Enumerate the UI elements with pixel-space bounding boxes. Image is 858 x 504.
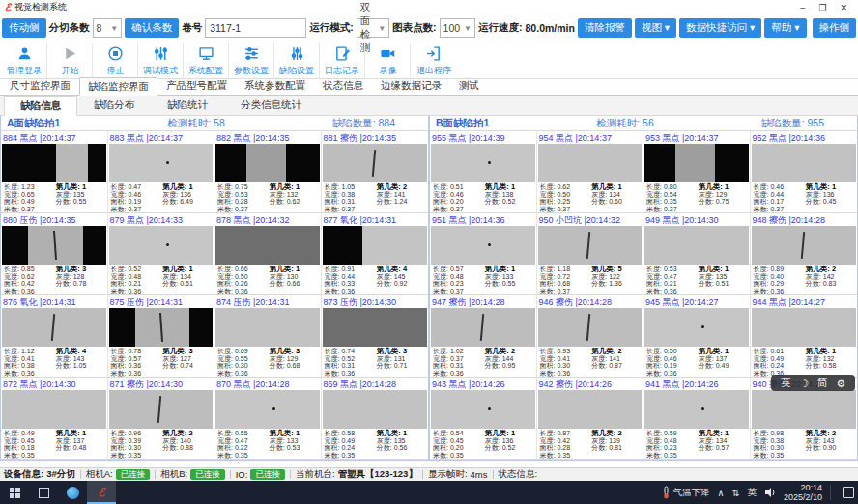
defect-cell[interactable]: 872 黑点 |20:14:30 长度: 0.49 宽度: 0.45 面积: 0… xyxy=(1,378,108,460)
panel-b-title: B面缺陷拍1 xyxy=(436,117,489,130)
admin-login-button[interactable]: 管理登录 xyxy=(2,43,47,78)
defect-cell[interactable]: 869 黑点 |20:14:28 长度: 0.58 宽度: 0.49 面积: 0… xyxy=(322,378,429,460)
tray-expand-chevron[interactable]: ∧ xyxy=(718,488,725,498)
speaker-icon[interactable] xyxy=(764,487,776,498)
debug-mode-button[interactable]: 调试模式 xyxy=(138,43,184,78)
defect-cell-header: 955 黑点 |20:14:39 xyxy=(430,131,536,144)
chart-points-select[interactable]: 100▼ xyxy=(440,18,475,38)
defect-cell-header: 953 黑点 |20:14:37 xyxy=(644,131,750,144)
defect-cell[interactable]: 870 黑点 |20:14:28 长度: 0.55 宽度: 0.47 面积: 0… xyxy=(214,378,322,460)
defect-cell[interactable]: 943 黑点 |20:14:26 长度: 0.54 宽度: 0.45 面积: 0… xyxy=(430,378,537,460)
stop-button[interactable]: 停止 xyxy=(93,43,138,78)
defect-cell[interactable]: 875 压伤 |20:14:31 长度: 0.78 宽度: 0.57 面积: 0… xyxy=(108,295,215,378)
defect-image xyxy=(431,226,535,265)
minimize-button[interactable]: – xyxy=(800,3,805,13)
defect-cell[interactable]: 877 氧化 |20:14:31 长度: 0.91 宽度: 0.44 面积: 0… xyxy=(322,213,429,295)
exit-program-button[interactable]: 退出程序 xyxy=(411,43,456,78)
drive-side-button[interactable]: 传动侧 xyxy=(2,18,46,38)
taskbar-clock[interactable]: 20:14 2025/2/10 xyxy=(784,483,822,502)
defect-cell[interactable]: 944 黑点 |20:14:27 长度: 0.61 宽度: 0.49 面积: 0… xyxy=(751,295,858,378)
defect-cell-header: 871 擦伤 |20:14:30 xyxy=(108,378,214,390)
defect-cell[interactable]: 879 黑点 |20:14:33 长度: 0.52 宽度: 0.48 面积: 0… xyxy=(108,213,215,295)
tab-1[interactable]: 缺陷监控界面 xyxy=(79,77,157,96)
defect-meta: 长度: 0.66 宽度: 0.50 面积: 0.26 米数: 0.36 第几类:… xyxy=(214,265,321,294)
defect-cell[interactable]: 952 黑点 |20:14:36 长度: 0.46 宽度: 0.44 面积: 0… xyxy=(751,131,858,213)
defect-image xyxy=(323,308,428,347)
maximize-button[interactable]: ❐ xyxy=(818,3,826,13)
defect-cell[interactable]: 953 黑点 |20:14:37 长度: 0.80 宽度: 0.54 面积: 0… xyxy=(644,131,751,213)
title-bar: ℰ 视觉检测系统 – ❐ ✕ xyxy=(0,0,858,14)
defect-cell[interactable]: 876 氧化 |20:14:31 长度: 1.12 宽度: 0.41 面积: 0… xyxy=(1,295,108,378)
defect-cell[interactable]: 954 黑点 |20:14:37 长度: 0.62 宽度: 0.50 面积: 0… xyxy=(537,131,644,213)
run-mode-select[interactable]: 双面检测▼ xyxy=(357,18,389,38)
defect-cell[interactable]: 951 黑点 |20:14:36 长度: 0.57 宽度: 0.48 面积: 0… xyxy=(430,213,537,295)
param-settings-button[interactable]: 参数设置 xyxy=(229,43,274,78)
app-taskbar-button[interactable]: ℰ xyxy=(87,481,116,504)
defect-cell[interactable]: 884 黑点 |20:14:37 长度: 1.23 宽度: 0.65 面积: 0… xyxy=(1,131,108,213)
defect-cell[interactable]: 880 压伤 |20:14:35 长度: 0.85 宽度: 0.62 面积: 0… xyxy=(1,213,108,295)
defect-cell[interactable]: 874 压伤 |20:14:31 长度: 0.69 宽度: 0.55 面积: 0… xyxy=(214,295,322,378)
defect-cell[interactable]: 883 黑点 |20:14:37 长度: 0.47 宽度: 0.46 面积: 0… xyxy=(108,131,215,213)
start-button[interactable]: 开始 xyxy=(47,43,93,78)
defect-cell[interactable]: 871 擦伤 |20:14:30 长度: 0.96 宽度: 0.39 面积: 0… xyxy=(108,378,215,460)
defect-cell[interactable]: 947 擦伤 |20:14:28 长度: 1.02 宽度: 0.37 面积: 0… xyxy=(430,295,537,378)
subtab-1[interactable]: 缺陷分布 xyxy=(77,95,151,115)
weather-tray-item[interactable]: 气温下降 xyxy=(662,486,710,499)
defect-meta: 长度: 0.69 宽度: 0.55 面积: 0.30 米数: 0.36 第几类:… xyxy=(214,347,321,377)
defect-cell[interactable]: 946 擦伤 |20:14:28 长度: 0.93 宽度: 0.41 面积: 0… xyxy=(537,295,644,378)
main-tabs: 尺寸监控界面缺陷监控界面产品型号配置系统参数配置状态信息边缘数据记录测试 xyxy=(0,79,858,96)
defect-cell[interactable]: 878 黑点 |20:14:32 长度: 0.66 宽度: 0.50 面积: 0… xyxy=(214,213,322,295)
defect-cell[interactable]: 942 擦伤 |20:14:26 长度: 0.87 宽度: 0.42 面积: 0… xyxy=(537,378,644,460)
defect-cell[interactable]: 873 压伤 |20:14:30 长度: 0.74 宽度: 0.52 面积: 0… xyxy=(322,295,429,378)
defect-cell-header: 882 黑点 |20:14:35 xyxy=(214,131,321,144)
operator-side-button[interactable]: 操作侧 xyxy=(813,18,857,38)
help-menu-button[interactable]: 帮助 ▾ xyxy=(764,18,806,38)
defect-settings-button[interactable]: 缺陷设置 xyxy=(274,43,320,78)
defect-cell-header: 946 擦伤 |20:14:28 xyxy=(537,295,644,308)
system-config-label: 系统配置 xyxy=(188,65,223,76)
subtab-3[interactable]: 分类信息统计 xyxy=(224,95,318,115)
ime-simplified-toggle[interactable]: 简 xyxy=(817,377,828,390)
recording-button[interactable]: 录像 xyxy=(365,43,411,78)
roll-number-input[interactable] xyxy=(205,18,306,38)
gear-icon[interactable]: ⚙ xyxy=(837,378,845,389)
subtab-0[interactable]: 缺陷信息 xyxy=(4,96,77,116)
chart-points-label: 图表点数: xyxy=(392,21,437,35)
confirm-strips-button[interactable]: 确认条数 xyxy=(125,18,179,38)
tab-3[interactable]: 系统参数配置 xyxy=(236,76,314,95)
tab-4[interactable]: 状态信息 xyxy=(314,76,372,95)
defect-cell[interactable]: 941 黑点 |20:14:26 长度: 0.59 宽度: 0.48 面积: 0… xyxy=(644,378,751,460)
data-quick-access-button[interactable]: 数据快捷访问 ▾ xyxy=(679,18,761,38)
tab-6[interactable]: 测试 xyxy=(450,76,488,95)
strip-count-select[interactable]: 8▼ xyxy=(93,18,123,38)
close-button[interactable]: ✕ xyxy=(840,3,847,13)
clear-alarm-button[interactable]: 清除报警 xyxy=(578,18,632,38)
debug-mode-label: 调试模式 xyxy=(143,65,178,76)
defect-meta: 长度: 0.55 宽度: 0.47 面积: 0.22 米数: 0.35 第几类:… xyxy=(214,429,321,459)
view-menu-button[interactable]: 视图 ▾ xyxy=(635,18,676,38)
task-view-button[interactable] xyxy=(29,481,58,504)
log-record-button[interactable]: 日志记录 xyxy=(320,43,365,78)
browser-taskbar-button[interactable] xyxy=(58,481,87,504)
tab-5[interactable]: 边缘数据记录 xyxy=(372,76,450,95)
defect-image xyxy=(538,390,643,429)
defect-meta: 长度: 0.89 宽度: 0.40 面积: 0.29 米数: 0.36 第几类:… xyxy=(751,265,858,294)
defect-cell[interactable]: 882 黑点 |20:14:35 长度: 0.75 宽度: 0.53 面积: 0… xyxy=(214,131,322,213)
start-button[interactable] xyxy=(0,481,29,504)
tab-0[interactable]: 尺寸监控界面 xyxy=(1,76,79,95)
system-config-button[interactable]: 系统配置 xyxy=(184,43,229,78)
defect-cell[interactable]: 945 黑点 |20:14:27 长度: 0.50 宽度: 0.46 面积: 0… xyxy=(644,295,751,378)
task-view-icon xyxy=(39,488,49,498)
language-indicator[interactable]: 英 xyxy=(747,487,757,499)
tab-2[interactable]: 产品型号配置 xyxy=(157,76,236,95)
defect-cell[interactable]: 955 黑点 |20:14:39 长度: 0.51 宽度: 0.46 面积: 0… xyxy=(430,131,537,213)
ime-lang-toggle[interactable]: 英 xyxy=(781,377,791,390)
subtab-2[interactable]: 缺陷统计 xyxy=(151,95,224,115)
action-center-icon[interactable] xyxy=(843,487,854,498)
moon-icon[interactable]: ☽ xyxy=(800,378,809,389)
defect-cell[interactable]: 949 黑点 |20:14:30 长度: 0.53 宽度: 0.47 面积: 0… xyxy=(644,213,751,295)
defect-cell[interactable]: 948 擦伤 |20:14:28 长度: 0.89 宽度: 0.40 面积: 0… xyxy=(751,213,858,295)
defect-cell[interactable]: 881 擦伤 |20:14:35 长度: 1.05 宽度: 0.38 面积: 0… xyxy=(322,131,429,213)
network-icon[interactable]: ⇅ xyxy=(731,488,739,498)
defect-cell[interactable]: 950 小凹坑 |20:14:32 长度: 1.18 宽度: 0.72 面积: … xyxy=(537,213,644,295)
